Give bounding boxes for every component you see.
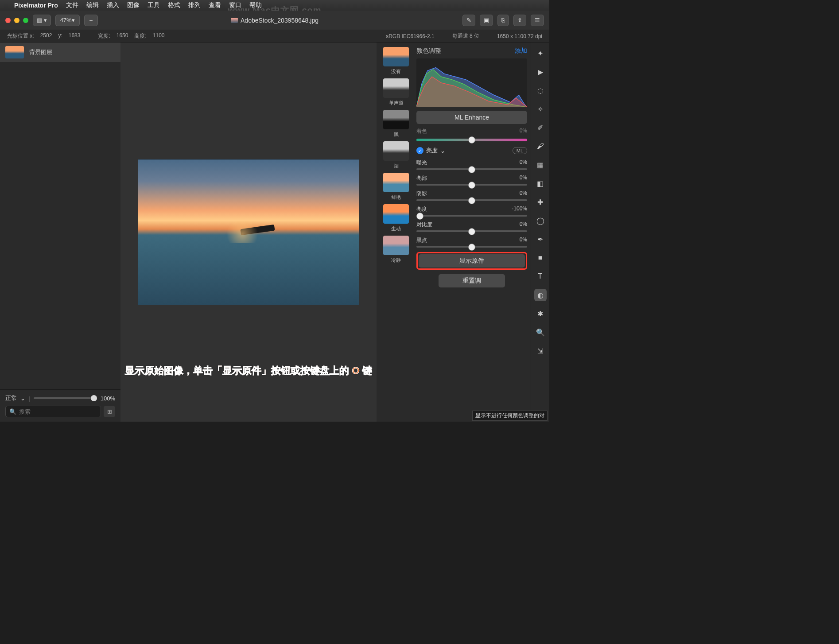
add-adjustment-button[interactable]: 添加 bbox=[515, 47, 527, 55]
search-input[interactable] bbox=[19, 408, 97, 415]
opacity-value: 100% bbox=[101, 395, 115, 402]
cursor-y-label: y: bbox=[58, 32, 62, 40]
eyedropper-tool-icon[interactable]: ✐ bbox=[534, 121, 547, 134]
document-title-text: AdobeStock_203958648.jpg bbox=[241, 17, 319, 24]
tool-strip: ✦ ▶ ◌ ✧ ✐ 🖌 ▦ ◧ ✚ ◯ ✒ ■ T ◐ ✱ 🔍 ⇲ bbox=[531, 43, 549, 422]
menu-arrange[interactable]: 排列 bbox=[188, 1, 201, 9]
layer-name: 背景图层 bbox=[29, 48, 52, 56]
share-button[interactable]: ⇪ bbox=[513, 15, 526, 26]
ml-pill-button[interactable]: ML bbox=[513, 147, 527, 154]
checkmark-icon[interactable]: ✓ bbox=[416, 147, 423, 154]
add-button[interactable]: ＋ bbox=[84, 15, 98, 26]
chevron-down-icon: ⌄ bbox=[440, 147, 445, 154]
contrast-value: 0% bbox=[520, 221, 527, 229]
brush-tool-icon[interactable]: 🖌 bbox=[534, 140, 547, 152]
preset-smoke[interactable]: 烟 bbox=[383, 141, 409, 169]
preset-none[interactable]: 没有 bbox=[383, 47, 409, 75]
document-title: AdobeStock_203958648.jpg bbox=[231, 17, 319, 24]
type-tool-icon[interactable]: T bbox=[534, 270, 547, 283]
crop-tool-button[interactable]: ▣ bbox=[480, 15, 493, 26]
zoom-tool-icon[interactable]: 🔍 bbox=[534, 326, 547, 338]
show-original-highlight: 显示原件 bbox=[416, 252, 527, 270]
eraser-tool-icon[interactable]: ◧ bbox=[534, 177, 547, 190]
menu-help[interactable]: 帮助 bbox=[249, 1, 262, 9]
exposure-value: 0% bbox=[520, 159, 527, 167]
menu-window[interactable]: 窗口 bbox=[229, 1, 241, 9]
app-name[interactable]: Pixelmator Pro bbox=[14, 2, 58, 9]
preset-live[interactable]: 生动 bbox=[383, 204, 409, 232]
chevron-icon: ⌄ bbox=[20, 395, 25, 402]
menu-edit[interactable]: 编辑 bbox=[86, 1, 99, 9]
menu-format[interactable]: 格式 bbox=[168, 1, 180, 9]
blend-mode-select[interactable]: 正常 bbox=[5, 394, 17, 402]
sidebar-toggle-button[interactable]: ▥ ▾ bbox=[33, 15, 51, 26]
preset-vivid[interactable]: 鲜艳 bbox=[383, 173, 409, 201]
tooltip: 显示不进行任何颜色调整的对 bbox=[472, 411, 548, 421]
cursor-x-value: 2502 bbox=[40, 32, 52, 40]
show-original-button[interactable]: 显示原件 bbox=[419, 254, 525, 268]
pen-tool-icon[interactable]: ✒ bbox=[534, 233, 547, 245]
histogram bbox=[416, 58, 527, 107]
highlights-value: 0% bbox=[520, 175, 527, 182]
doc-thumb-icon bbox=[231, 18, 238, 23]
close-button[interactable] bbox=[5, 18, 11, 23]
menu-view[interactable]: 查看 bbox=[209, 1, 221, 9]
reset-button[interactable]: 重置调 bbox=[439, 274, 505, 287]
exposure-slider[interactable] bbox=[416, 168, 527, 170]
search-icon: 🔍 bbox=[9, 408, 16, 415]
style-tool-icon[interactable]: ✦ bbox=[534, 47, 547, 59]
preset-black[interactable]: 黑 bbox=[383, 110, 409, 138]
ml-enhance-button[interactable]: ML Enhance bbox=[416, 111, 527, 124]
contrast-label: 对比度 bbox=[416, 221, 432, 229]
arrow-tool-icon[interactable]: ▶ bbox=[534, 66, 547, 78]
window-controls bbox=[5, 18, 28, 23]
brightness-slider[interactable] bbox=[416, 215, 527, 217]
preset-mono[interactable]: 单声道 bbox=[383, 78, 409, 106]
preset-column: 没有 单声道 黑 烟 鲜艳 生动 冷静 bbox=[381, 47, 411, 417]
export-tool-icon[interactable]: ⇲ bbox=[534, 345, 547, 357]
highlights-slider[interactable] bbox=[416, 184, 527, 186]
exposure-label: 曝光 bbox=[416, 159, 427, 167]
contrast-slider[interactable] bbox=[416, 230, 527, 232]
layer-row[interactable]: 背景图层 bbox=[0, 43, 120, 62]
shape-tool-icon[interactable]: ■ bbox=[534, 252, 547, 264]
marquee-tool-icon[interactable]: ◌ bbox=[534, 84, 547, 97]
copy-button[interactable]: ⎘ bbox=[497, 15, 509, 26]
freehand-tool-button[interactable]: ✎ bbox=[462, 15, 475, 26]
cursor-y-value: 1683 bbox=[69, 32, 81, 40]
heal-tool-icon[interactable]: ✚ bbox=[534, 196, 547, 208]
brightness-section-title[interactable]: 亮度 bbox=[426, 147, 438, 155]
annotation-text: 显示原始图像，单击「显示原件」按钮或按键盘上的 O 键 bbox=[125, 364, 372, 377]
black-slider[interactable] bbox=[416, 246, 527, 248]
tint-value: 0% bbox=[520, 128, 527, 135]
panel-title: 颜色调整 bbox=[416, 47, 441, 55]
color-adjust-tool-icon[interactable]: ◐ bbox=[534, 289, 547, 301]
panel-toggle-button[interactable]: ☰ bbox=[531, 15, 544, 26]
black-value: 0% bbox=[520, 237, 527, 244]
menu-file[interactable]: 文件 bbox=[66, 1, 78, 9]
zoom-dropdown[interactable]: 47% ▾ bbox=[55, 15, 80, 26]
tint-slider[interactable] bbox=[416, 139, 527, 141]
zoom-value: 47% bbox=[60, 17, 72, 23]
black-label: 黑点 bbox=[416, 237, 427, 244]
layer-search[interactable]: 🔍 bbox=[5, 406, 101, 417]
width-label: 宽度: bbox=[98, 32, 110, 40]
shadows-slider[interactable] bbox=[416, 199, 527, 201]
maximize-button[interactable] bbox=[23, 18, 28, 23]
menu-insert[interactable]: 插入 bbox=[107, 1, 119, 9]
filter-button[interactable]: ⊞ bbox=[104, 406, 115, 417]
opacity-slider[interactable] bbox=[34, 397, 97, 399]
highlights-label: 亮部 bbox=[416, 175, 427, 182]
menu-image[interactable]: 图像 bbox=[127, 1, 140, 9]
cursor-x-label: 光标位置 x: bbox=[7, 32, 34, 40]
effects-tool-icon[interactable]: ✱ bbox=[534, 307, 547, 320]
menu-tools[interactable]: 工具 bbox=[148, 1, 160, 9]
fill-tool-icon[interactable]: ▦ bbox=[534, 159, 547, 171]
preset-calm[interactable]: 冷静 bbox=[383, 236, 409, 264]
warp-tool-icon[interactable]: ◯ bbox=[534, 214, 547, 227]
canvas-area[interactable]: 显示原始图像，单击「显示原件」按钮或按键盘上的 O 键 bbox=[120, 43, 377, 422]
magic-tool-icon[interactable]: ✧ bbox=[534, 103, 547, 115]
minimize-button[interactable] bbox=[14, 18, 19, 23]
canvas-image bbox=[138, 159, 359, 305]
toolbar: ▥ ▾ 47% ▾ ＋ AdobeStock_203958648.jpg ✎ ▣… bbox=[0, 11, 549, 30]
